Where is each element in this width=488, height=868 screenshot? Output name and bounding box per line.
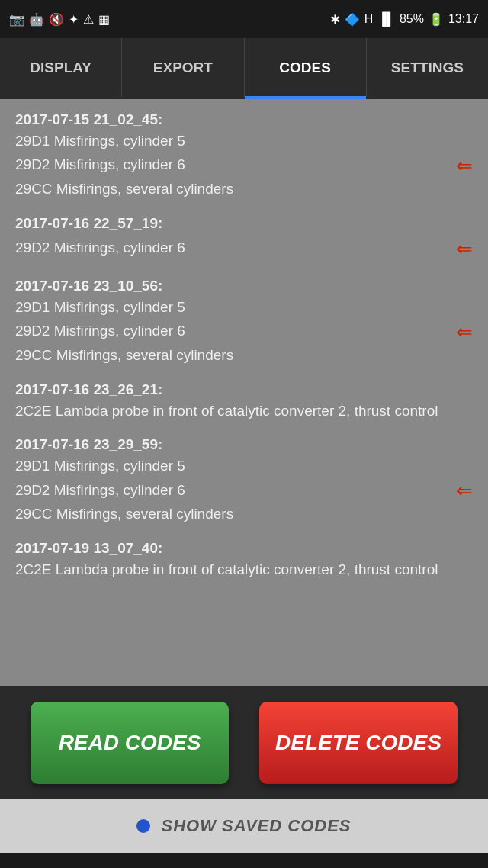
status-time: 13:17 [448,12,479,26]
code-text-4-0: 29D1 Misfirings, cylinder 5 [15,456,473,477]
code-entry-4-0: 29D1 Misfirings, cylinder 5 [15,456,473,477]
codes-content: 2017-07-15 21_02_45:29D1 Misfirings, cyl… [0,99,488,686]
show-saved-codes-label: SHOW SAVED CODES [161,816,351,836]
code-text-4-2: 29CC Misfirings, several cylinders [15,504,473,525]
code-timestamp-0: 2017-07-15 21_02_45: [15,111,473,128]
arrow-icon-0-1: ⇐ [456,152,473,179]
camera-icon: 📷 [9,12,24,27]
code-group-3: 2017-07-16 23_26_21:2C2E Lambda probe in… [15,381,473,422]
tab-export[interactable]: EXPORT [122,38,244,97]
status-right: ✱ 🔷 H ▐▌ 85% 🔋 13:17 [330,12,479,27]
code-text-3-0: 2C2E Lambda probe in front of catalytic … [15,401,473,422]
bottom-buttons: READ CODES DELETE CODES [0,686,488,799]
code-text-4-1: 29D2 Misfirings, cylinder 6 [15,481,450,501]
share-icon: ✦ [69,12,79,27]
code-entry-3-0: 2C2E Lambda probe in front of catalytic … [15,401,473,422]
battery-pct: 85% [400,12,424,26]
code-entry-5-0: 2C2E Lambda probe in front of catalytic … [15,560,473,580]
status-bar: 📷 🤖 🔇 ✦ ⚠ ▦ ✱ 🔷 H ▐▌ 85% 🔋 13:17 [0,0,488,38]
show-saved-codes-bar[interactable]: SHOW SAVED CODES [0,799,488,853]
code-entry-0-1: 29D2 Misfirings, cylinder 6⇐ [15,152,473,179]
signal-type: H [364,12,374,26]
code-text-5-0: 2C2E Lambda probe in front of catalytic … [15,560,473,580]
arrow-icon-4-1: ⇐ [456,477,473,504]
network-icon: 🔷 [345,12,360,27]
code-group-0: 2017-07-15 21_02_45:29D1 Misfirings, cyl… [15,111,473,200]
tab-display[interactable]: DISPLAY [0,38,122,97]
code-text-2-2: 29CC Misfirings, several cylinders [15,346,473,366]
tab-bar: DISPLAY EXPORT CODES SETTINGS [0,38,488,99]
code-entry-1-0: 29D2 Misfirings, cylinder 6⇐ [15,235,473,262]
code-entry-2-2: 29CC Misfirings, several cylinders [15,346,473,366]
code-entry-2-0: 29D1 Misfirings, cylinder 5 [15,297,473,318]
code-entry-0-0: 29D1 Misfirings, cylinder 5 [15,131,473,152]
delete-codes-button[interactable]: DELETE CODES [259,702,458,784]
code-text-2-1: 29D2 Misfirings, cylinder 6 [15,321,450,342]
code-timestamp-4: 2017-07-16 23_29_59: [15,436,473,453]
warning-icon: ⚠ [83,12,94,27]
code-entry-4-2: 29CC Misfirings, several cylinders [15,504,473,525]
code-text-0-1: 29D2 Misfirings, cylinder 6 [15,155,450,175]
read-codes-button[interactable]: READ CODES [30,702,229,784]
code-timestamp-1: 2017-07-16 22_57_19: [15,215,473,232]
code-text-0-0: 29D1 Misfirings, cylinder 5 [15,131,473,152]
code-group-5: 2017-07-19 13_07_40:2C2E Lambda probe in… [15,540,473,580]
code-timestamp-2: 2017-07-16 23_10_56: [15,278,473,294]
status-icons-left: 📷 🤖 🔇 ✦ ⚠ ▦ [9,12,110,27]
arrow-icon-2-1: ⇐ [456,318,473,346]
tab-codes[interactable]: CODES [245,38,367,97]
bluetooth-icon: ✱ [330,12,340,27]
saved-dot-icon [136,819,150,833]
volume-icon: 🔇 [49,12,64,27]
code-group-1: 2017-07-16 22_57_19:29D2 Misfirings, cyl… [15,215,473,262]
battery-icon: 🔋 [429,12,444,27]
code-text-2-0: 29D1 Misfirings, cylinder 5 [15,297,473,318]
signal-bars: ▐▌ [377,12,395,26]
code-entry-4-1: 29D2 Misfirings, cylinder 6⇐ [15,477,473,504]
code-entry-0-2: 29CC Misfirings, several cylinders [15,179,473,200]
arrow-icon-1-0: ⇐ [456,235,473,262]
android-icon: 🤖 [29,12,44,27]
code-group-4: 2017-07-16 23_29_59:29D1 Misfirings, cyl… [15,436,473,525]
code-timestamp-3: 2017-07-16 23_26_21: [15,381,473,398]
code-text-1-0: 29D2 Misfirings, cylinder 6 [15,238,450,259]
media-icon: ▦ [98,12,110,27]
code-text-0-2: 29CC Misfirings, several cylinders [15,179,473,200]
tab-settings[interactable]: SETTINGS [367,38,488,97]
code-timestamp-5: 2017-07-19 13_07_40: [15,540,473,557]
code-group-2: 2017-07-16 23_10_56:29D1 Misfirings, cyl… [15,278,473,366]
code-entry-2-1: 29D2 Misfirings, cylinder 6⇐ [15,318,473,346]
